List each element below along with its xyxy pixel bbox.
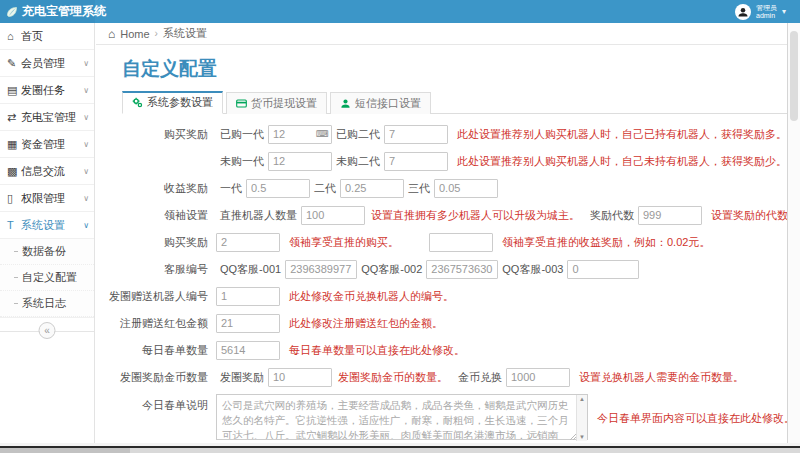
field-label: 发圈奖励金币数量 [96,370,216,385]
field-label: 领袖设置 [96,208,216,223]
app-window: 充电宝管理系统 管理员 admin ▾ ⌂ 首页 ✎ 会员管理 ∨ ▤ 发圈任务 [0,0,800,453]
income-gen1-input[interactable] [246,179,310,198]
hint-text: 设置奖励的代数，建议设置小一些。 [711,208,787,223]
income-gen3-input[interactable] [434,179,498,198]
hint-text: 此处设置推荐别人购买机器人时，自己未持有机器人，获得奖励少。 [457,154,787,169]
leader-purchase-reward-input[interactable] [216,233,280,252]
tab-bar: 系统参数设置 货币提现设置 短信接口设置 [122,92,787,114]
user-icon [340,98,351,109]
sidebar-item-label: 系统设置 [21,218,83,233]
form-row-moments-gift-robot: 发圈赠送机器人编号 此处修改金币兑换机器人的编号。 [96,286,787,306]
income-gen2-input[interactable] [340,179,404,198]
today-order-description-textarea[interactable]: 公司是武穴网的养殖场，主要经营成品鹅，成品各类鱼，鲴鹅是武穴网历史悠久的名特产。… [216,394,588,440]
subfield-label: QQ客服-001 [220,262,281,277]
submenu-label: 系统日志 [22,296,66,311]
register-redpacket-amount-input[interactable] [216,314,280,333]
subfield-label: 金币兑换 [458,370,502,385]
subfield-label: 已购一代 [220,127,264,142]
submenu-item-custom-config[interactable]: 自定义配置 [0,265,94,291]
subfield-label: QQ客服-002 [361,262,422,277]
direct-robot-count-input[interactable] [301,206,365,225]
subfield-label: QQ客服-003 [502,262,563,277]
breadcrumb-home-link[interactable]: Home [120,28,149,40]
sidebar-item-moments-tasks[interactable]: ▤ 发圈任务 ∨ [0,77,94,104]
hint-text: 每日春单数量可以直接在此处修改。 [289,343,465,358]
sidebar-item-members[interactable]: ✎ 会员管理 ∨ [0,50,94,77]
form-row-moments-coin-reward: 发圈奖励金币数量 发圈奖励 发圈奖励金币的数量。 金币兑换 设置兑换机器人需要的… [96,367,787,387]
subfield-label: 奖励代数 [590,208,634,223]
home-icon: ⌂ [108,27,115,41]
reward-generations-input[interactable] [638,206,702,225]
sidebar-item-home[interactable]: ⌂ 首页 [0,23,94,50]
divider [0,448,130,453]
qq-service-003-input[interactable] [567,260,639,279]
sidebar-item-messages[interactable]: ▩ 信息交流 ∨ [0,158,94,185]
tab-label: 短信接口设置 [355,96,421,111]
text-icon: T [7,219,21,231]
sidebar-item-label: 发圈任务 [21,83,83,98]
sidebar: ⌂ 首页 ✎ 会员管理 ∨ ▤ 发圈任务 ∨ ⇄ 充电宝管理 ∨ ▦ 资金管理 … [0,23,95,443]
credit-card-icon [236,98,247,109]
scroll-up-icon[interactable]: ▲ [579,396,585,402]
breadcrumb-separator: › [155,28,158,39]
hint-text: 此处修改注册赠送红包的金额。 [289,316,443,331]
hint-text: 今日春单界面内容可以直接在此处修改。 [597,411,787,426]
unpurchased-gen1-input[interactable] [268,152,332,171]
sidebar-item-system-settings[interactable]: T 系统设置 ∨ [0,212,94,239]
calendar-icon: ▦ [7,138,21,151]
user-role: 管理员 [756,4,777,11]
sidebar-collapse-button[interactable]: « [39,322,56,339]
file-icon: ▯ [7,192,21,205]
sidebar-item-label: 充电宝管理 [21,110,83,125]
form-row-daily-order-count: 每日春单数量 每日春单数量可以直接在此处修改。 [96,340,787,360]
purchased-gen2-input[interactable] [384,125,448,144]
app-logo[interactable]: 充电宝管理系统 [0,0,95,23]
sidebar-item-label: 信息交流 [21,164,83,179]
divider [0,448,800,453]
submenu-item-data-backup[interactable]: 数据备份 [0,239,94,265]
chevron-down-icon: ∨ [83,140,89,149]
sidebar-collapse-row: « [0,318,94,344]
page-scrollbar[interactable] [787,23,800,443]
top-header: 充电宝管理系统 管理员 admin ▾ [0,0,800,23]
form-row-purchase-reward-unowned: 未购一代 未购二代 此处设置推荐别人购买机器人时，自己未持有机器人，获得奖励少。 [96,151,787,171]
field-label: 发圈赠送机器人编号 [96,289,216,304]
scrollbar-thumb[interactable] [790,31,798,121]
daily-order-count-input[interactable] [216,341,280,360]
hint-text: 此处修改金币兑换机器人的编号。 [289,289,454,304]
qq-service-001-input[interactable] [285,260,357,279]
scroll-down-icon[interactable]: ▼ [579,434,585,440]
breadcrumb: ⌂ Home › 系统设置 [96,23,787,45]
sidebar-item-powerbank[interactable]: ⇄ 充电宝管理 ∨ [0,104,94,131]
form-row-today-order-description: 今日春单说明 公司是武穴网的养殖场，主要经营成品鹅，成品各类鱼，鲴鹅是武穴网历史… [96,394,787,442]
bottom-strip [0,443,800,453]
moments-reward-input[interactable] [268,368,332,387]
table-icon: ▩ [7,165,21,178]
tab-withdrawal-settings[interactable]: 货币提现设置 [226,92,327,114]
leaf-icon [6,6,18,18]
field-label: 购买奖励 [96,127,216,142]
system-settings-submenu: 数据备份 自定义配置 系统日志 [0,239,94,318]
sidebar-item-label: 会员管理 [21,56,83,71]
edit-icon: ✎ [7,57,21,70]
textarea-scrollbar[interactable]: ▲▼ [576,395,587,441]
qq-service-002-input[interactable] [426,260,498,279]
moments-gift-robot-id-input[interactable] [216,287,280,306]
sidebar-item-funds[interactable]: ▦ 资金管理 ∨ [0,131,94,158]
form-row-customer-service: 客服编号 QQ客服-001 QQ客服-002 QQ客服-003 [96,259,787,279]
coin-exchange-input[interactable] [506,368,570,387]
tab-system-params[interactable]: 系统参数设置 [122,91,223,114]
tab-sms-interface[interactable]: 短信接口设置 [330,92,431,114]
unpurchased-gen2-input[interactable] [384,152,448,171]
user-menu[interactable]: 管理员 admin ▾ [735,4,800,20]
purchased-gen1-input[interactable] [268,125,332,144]
form-row-register-redpacket: 注册赠送红包金额 此处修改注册赠送红包的金额。 [96,313,787,333]
main-content: ⌂ Home › 系统设置 自定义配置 系统参数设置 货币提现设置 短信接口设置 [96,23,787,443]
field-label: 收益奖励 [96,181,216,196]
sidebar-item-permissions[interactable]: ▯ 权限管理 ∨ [0,185,94,212]
chevron-down-icon: ∨ [83,113,89,122]
form-row-leader-purchase: 购买奖励 领袖享受直推的购买。 领袖享受直推的收益奖励，例如：0.02元。 [96,232,787,252]
hint-text: 发圈奖励金币的数量。 [338,370,448,385]
leader-income-reward-input[interactable] [429,233,493,252]
submenu-item-system-log[interactable]: 系统日志 [0,291,94,317]
